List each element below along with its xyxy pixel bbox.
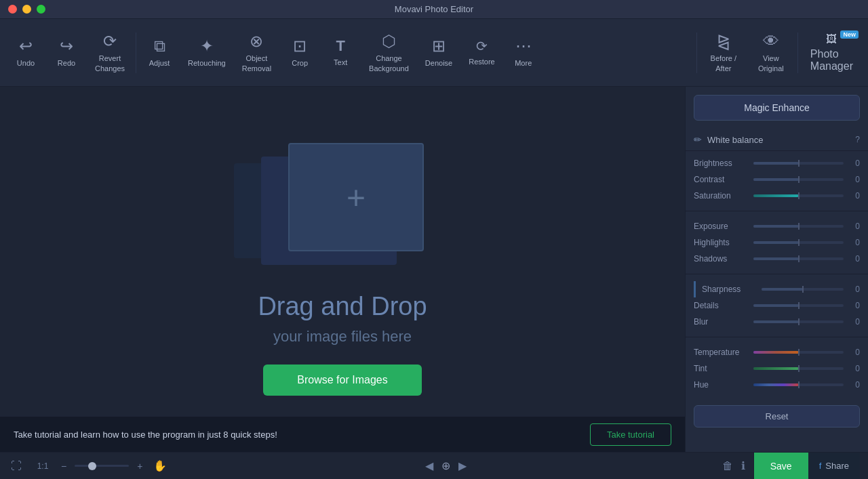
highlights-label: Highlights [694, 238, 748, 247]
details-label: Details [694, 301, 748, 310]
photo-manager-button[interactable]: New 🖼 PhotoManager [801, 28, 863, 78]
help-icon[interactable]: ? [855, 135, 860, 144]
temperature-row: Temperature 0 [694, 344, 860, 360]
contrast-row: Contrast 0 [694, 171, 860, 188]
saturation-label: Saturation [694, 191, 748, 201]
saturation-slider[interactable] [753, 194, 844, 197]
adjust-button[interactable]: ⧉ Adjust [139, 31, 180, 73]
close-button[interactable] [8, 5, 17, 14]
exposure-slider[interactable] [753, 225, 844, 228]
brightness-value: 0 [849, 159, 860, 168]
restore-button[interactable]: ⟳ Restore [460, 33, 503, 72]
sliders-group-2: Exposure 0 Highlights 0 Shadows [686, 214, 868, 271]
window-controls[interactable] [8, 5, 45, 14]
redo-button[interactable]: ↪ Redo [46, 31, 87, 73]
fullscreen-button[interactable]: ⛶ [8, 457, 24, 475]
navigate-prev-button[interactable]: ◀ [425, 459, 433, 472]
eyedropper-icon: ✏ [694, 134, 702, 145]
canvas-area: + Drag and Drop your image files here Br… [0, 87, 685, 452]
saturation-row: Saturation 0 [694, 188, 860, 204]
more-button[interactable]: ⋯ More [503, 31, 544, 73]
section-divider-2 [686, 274, 868, 274]
app-title: Movavi Photo Editor [395, 4, 473, 14]
exposure-row: Exposure 0 [694, 218, 860, 234]
minimize-button[interactable] [22, 5, 31, 14]
sharpness-label: Sharpness [702, 285, 756, 294]
before-after-button[interactable]: ⧎ Before /After [700, 26, 747, 79]
browse-images-button[interactable]: Browse for Images [263, 365, 421, 396]
main-toolbar: ↩ Undo ↪ Redo ⟳ RevertChanges ⧉ Adjust ✦… [0, 19, 868, 87]
zoom-in-button[interactable]: + [137, 461, 142, 472]
navigate-next-button[interactable]: ▶ [458, 459, 467, 472]
section-divider-3 [686, 337, 868, 337]
take-tutorial-button[interactable]: Take tutorial [590, 423, 671, 446]
revert-button[interactable]: ⟳ RevertChanges [87, 26, 133, 79]
saturation-value: 0 [849, 191, 860, 201]
hue-row: Hue 0 [694, 377, 860, 393]
pan-tool-button[interactable]: ✋ [151, 457, 170, 475]
shadows-slider[interactable] [753, 257, 844, 260]
divider-2 [696, 33, 697, 73]
navigate-home-button[interactable]: ⊕ [441, 459, 450, 472]
hue-slider[interactable] [753, 383, 844, 386]
view-original-button[interactable]: 👁 ViewOriginal [747, 26, 795, 79]
new-badge: New [840, 30, 859, 39]
text-button[interactable]: T Text [320, 32, 361, 72]
redo-icon: ↪ [60, 37, 73, 56]
save-button[interactable]: Save [754, 453, 808, 480]
tint-row: Tint 0 [694, 360, 860, 377]
undo-button[interactable]: ↩ Undo [5, 31, 46, 73]
photo-manager-icon: 🖼 [826, 33, 837, 45]
view-original-icon: 👁 [763, 32, 779, 51]
contrast-slider[interactable] [753, 178, 844, 181]
zoom-out-button[interactable]: − [61, 461, 66, 472]
details-value: 0 [849, 301, 860, 310]
temperature-label: Temperature [694, 348, 748, 357]
highlights-value: 0 [849, 238, 860, 247]
shadows-row: Shadows 0 [694, 251, 860, 267]
change-background-button[interactable]: ⬡ ChangeBackground [361, 26, 417, 79]
bottom-bar: ⛶ 1:1 − + ✋ ◀ ⊕ ▶ 🗑 ℹ Save f Share [0, 452, 868, 479]
sliders-group-3: Sharpness 0 Details 0 Blur [686, 277, 868, 334]
zoom-slider[interactable] [75, 465, 129, 467]
hue-label: Hue [694, 380, 748, 390]
zoom-ratio: 1:1 [33, 461, 53, 471]
zoom-slider-thumb[interactable] [88, 462, 96, 470]
object-removal-icon: ⊗ [250, 32, 263, 51]
blur-slider[interactable] [753, 320, 844, 323]
retouching-button[interactable]: ✦ Retouching [180, 31, 234, 73]
denoise-icon: ⊞ [432, 37, 446, 56]
temperature-slider[interactable] [753, 351, 844, 354]
drag-drop-subtitle: your image files here [273, 328, 412, 346]
sliders-group-4: Temperature 0 Tint 0 Hue [686, 340, 868, 397]
denoise-button[interactable]: ⊞ Denoise [417, 31, 460, 73]
brightness-row: Brightness 0 [694, 155, 860, 171]
delete-button[interactable]: 🗑 [722, 460, 733, 472]
tutorial-bar: Take tutorial and learn how to use the p… [0, 417, 685, 452]
crop-label: Crop [292, 58, 308, 68]
contrast-value: 0 [849, 175, 860, 184]
magic-enhance-button[interactable]: Magic Enhance [694, 95, 860, 121]
share-label: Share [825, 461, 849, 471]
object-removal-button[interactable]: ⊗ ObjectRemoval [234, 26, 279, 79]
brightness-label: Brightness [694, 159, 748, 168]
brightness-slider[interactable] [753, 162, 844, 165]
details-row: Details 0 [694, 297, 860, 314]
share-button[interactable]: f Share [808, 453, 860, 480]
temperature-value: 0 [849, 348, 860, 357]
details-slider[interactable] [753, 304, 844, 307]
object-removal-label: ObjectRemoval [242, 54, 271, 73]
change-bg-label: ChangeBackground [369, 54, 409, 73]
maximize-button[interactable] [37, 5, 45, 14]
highlights-slider[interactable] [753, 241, 844, 244]
facebook-icon: f [819, 461, 822, 471]
before-after-icon: ⧎ [717, 32, 730, 51]
crop-button[interactable]: ⊡ Crop [279, 31, 320, 73]
tint-slider[interactable] [753, 367, 844, 370]
reset-button[interactable]: Reset [694, 405, 860, 428]
info-button[interactable]: ℹ [741, 459, 745, 472]
sharpness-slider[interactable] [762, 288, 844, 291]
title-bar: Movavi Photo Editor [0, 0, 868, 19]
divider-3 [797, 33, 798, 73]
divider-1 [136, 33, 136, 73]
